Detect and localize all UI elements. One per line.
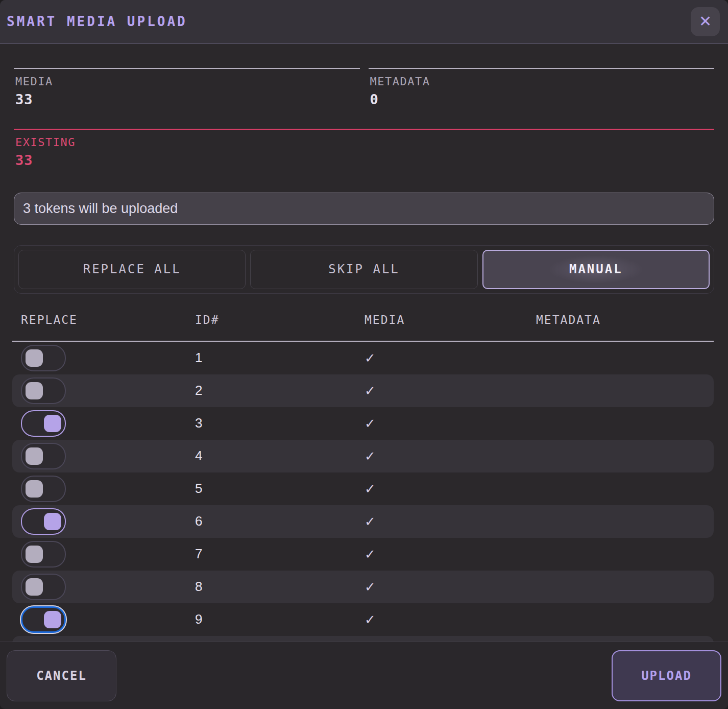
dialog-title: SMART MEDIA UPLOAD: [7, 14, 187, 29]
table-row: 5✓: [12, 472, 714, 505]
close-button[interactable]: ✕: [691, 7, 720, 36]
table-row-partial: [12, 636, 714, 642]
table-row: 3✓: [12, 407, 714, 440]
manual-button[interactable]: MANUAL: [482, 250, 710, 289]
metadata-stat: METADATA 0: [369, 68, 715, 107]
row-id: 9: [195, 611, 365, 627]
table-row: 9✓: [12, 603, 714, 636]
skip-all-button[interactable]: SKIP ALL: [250, 250, 477, 289]
existing-stat: EXISTING 33: [14, 129, 714, 168]
toggle-knob: [26, 382, 43, 399]
toggle-knob: [26, 447, 43, 465]
media-stat-value: 33: [15, 91, 358, 107]
row-id: 4: [195, 448, 365, 464]
upload-button[interactable]: UPLOAD: [612, 650, 721, 701]
upload-stats: MEDIA 33 METADATA 0: [14, 68, 714, 107]
row-id: 5: [195, 481, 365, 497]
smart-media-upload-dialog: SMART MEDIA UPLOAD ✕ MEDIA 33 METADATA 0…: [0, 0, 728, 709]
media-check-icon: ✓: [365, 416, 376, 431]
close-icon: ✕: [699, 14, 712, 29]
toggle-knob: [26, 480, 43, 498]
replace-toggle[interactable]: [21, 410, 66, 437]
column-header-id: ID#: [195, 313, 365, 326]
media-stat-label: MEDIA: [15, 75, 358, 88]
replace-toggle[interactable]: [21, 541, 66, 568]
upload-notice: 3 tokens will be uploaded: [14, 193, 714, 225]
table-row: 4✓: [12, 440, 714, 472]
table-row: 6✓: [12, 505, 714, 538]
media-check-icon: ✓: [365, 514, 376, 529]
toggle-knob: [26, 349, 43, 367]
column-header-metadata: METADATA: [536, 313, 714, 326]
table-row: 2✓: [12, 374, 714, 407]
dialog-body: MEDIA 33 METADATA 0 EXISTING 33 3 tokens…: [0, 44, 728, 642]
replace-toggle[interactable]: [21, 606, 66, 633]
media-check-icon: ✓: [365, 547, 376, 562]
table-row: 7✓: [12, 538, 714, 571]
toggle-knob: [44, 415, 61, 432]
media-check-icon: ✓: [365, 350, 376, 366]
column-header-media: MEDIA: [365, 313, 536, 326]
toggle-knob: [26, 546, 43, 563]
replace-all-button[interactable]: REPLACE ALL: [18, 250, 246, 289]
column-header-replace: REPLACE: [21, 313, 195, 326]
toggle-knob: [44, 513, 61, 530]
replace-toggle[interactable]: [21, 574, 66, 600]
table-row: 1✓: [12, 342, 714, 374]
table-row: 8✓: [12, 571, 714, 603]
upload-notice-text: 3 tokens will be uploaded: [23, 201, 178, 217]
toggle-knob: [44, 611, 61, 628]
existing-stat-label: EXISTING: [15, 136, 713, 149]
media-check-icon: ✓: [365, 448, 376, 464]
row-id: 7: [195, 546, 365, 562]
replace-toggle[interactable]: [21, 476, 66, 502]
table-rows: 1✓2✓3✓4✓5✓6✓7✓8✓9✓: [12, 342, 714, 642]
replace-toggle[interactable]: [21, 508, 66, 535]
row-id: 3: [195, 415, 365, 431]
existing-stat-value: 33: [15, 152, 713, 168]
row-id: 1: [195, 350, 365, 366]
cancel-button[interactable]: CANCEL: [7, 650, 116, 701]
replace-toggle[interactable]: [21, 345, 66, 371]
metadata-stat-label: METADATA: [370, 75, 713, 88]
media-check-icon: ✓: [365, 383, 376, 398]
replace-toggle[interactable]: [21, 443, 66, 469]
media-check-icon: ✓: [365, 612, 376, 627]
row-id: 2: [195, 383, 365, 398]
media-check-icon: ✓: [365, 481, 376, 497]
metadata-stat-value: 0: [370, 91, 713, 107]
row-id: 8: [195, 579, 365, 595]
replace-toggle[interactable]: [21, 377, 66, 404]
dialog-footer: CANCEL UPLOAD: [0, 642, 728, 709]
mode-selector: REPLACE ALL SKIP ALL MANUAL: [14, 245, 714, 294]
media-check-icon: ✓: [365, 579, 376, 595]
toggle-knob: [26, 578, 43, 596]
table-header: REPLACE ID# MEDIA METADATA: [12, 313, 714, 341]
media-stat: MEDIA 33: [14, 68, 360, 107]
row-id: 6: [195, 513, 365, 529]
dialog-header: SMART MEDIA UPLOAD ✕: [0, 0, 728, 44]
